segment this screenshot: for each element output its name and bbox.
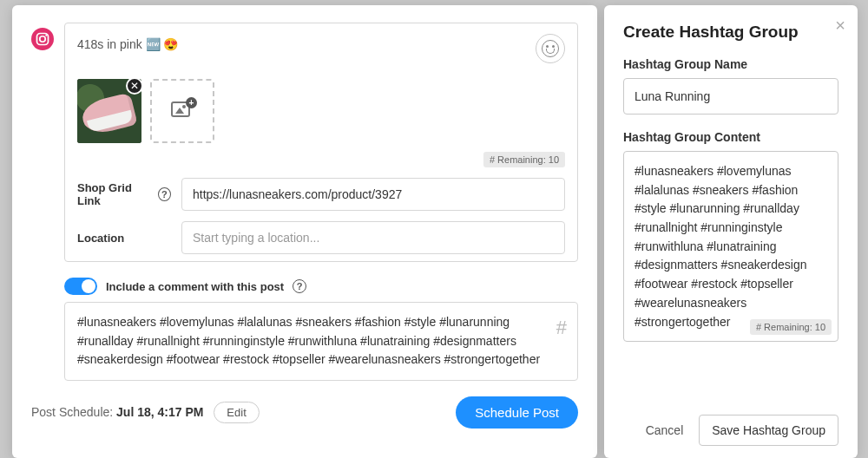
include-comment-toggle[interactable] [64, 278, 97, 295]
media-remaining-badge: # Remaining: 10 [483, 152, 565, 167]
shop-grid-input[interactable] [181, 178, 565, 211]
group-content-label: Hashtag Group Content [623, 130, 838, 144]
image-plus-icon: + [171, 101, 194, 121]
hashtag-group-panel: × Create Hashtag Group Hashtag Group Nam… [604, 5, 858, 458]
hashtag-remaining-badge: # Remaining: 10 [750, 319, 832, 335]
group-name-label: Hashtag Group Name [623, 57, 838, 71]
caption-text[interactable]: 418s in pink 🆕 😍 [77, 34, 179, 51]
cancel-button[interactable]: Cancel [646, 423, 684, 437]
edit-schedule-button[interactable]: Edit [214, 402, 259, 423]
first-comment-textarea[interactable]: #lunasneakers #lovemylunas #lalalunas #s… [64, 302, 578, 381]
location-input[interactable] [181, 221, 565, 254]
media-thumbnail[interactable]: ✕ [77, 79, 141, 143]
remove-media-button[interactable]: ✕ [126, 79, 141, 95]
help-icon[interactable]: ? [158, 187, 171, 201]
close-icon[interactable]: × [835, 16, 845, 36]
post-schedule-label: Post Schedule: Jul 18, 4:17 PM [31, 405, 207, 419]
hashtag-icon[interactable]: # [556, 313, 567, 343]
svg-point-3 [45, 35, 47, 36]
include-comment-label: Include a comment with this post [106, 280, 284, 293]
panel-title: Create Hashtag Group [623, 23, 838, 42]
group-name-input[interactable] [623, 78, 838, 114]
shop-grid-label: Shop Grid Link ? [77, 181, 171, 207]
schedule-post-button[interactable]: Schedule Post [456, 396, 578, 429]
emoji-picker-button[interactable] [536, 34, 565, 63]
smile-icon [542, 40, 559, 57]
add-media-button[interactable]: + [150, 79, 214, 143]
group-content-textarea[interactable]: #lunasneakers #lovemylunas #lalalunas #s… [623, 151, 838, 342]
help-icon[interactable]: ? [293, 279, 306, 293]
save-hashtag-group-button[interactable]: Save Hashtag Group [699, 415, 838, 446]
compose-post-panel: 418s in pink 🆕 😍 ✕ + [12, 5, 597, 458]
location-label: Location [77, 232, 171, 245]
compose-box: 418s in pink 🆕 😍 ✕ + [64, 23, 578, 262]
instagram-icon [31, 28, 54, 50]
svg-point-0 [31, 28, 54, 50]
